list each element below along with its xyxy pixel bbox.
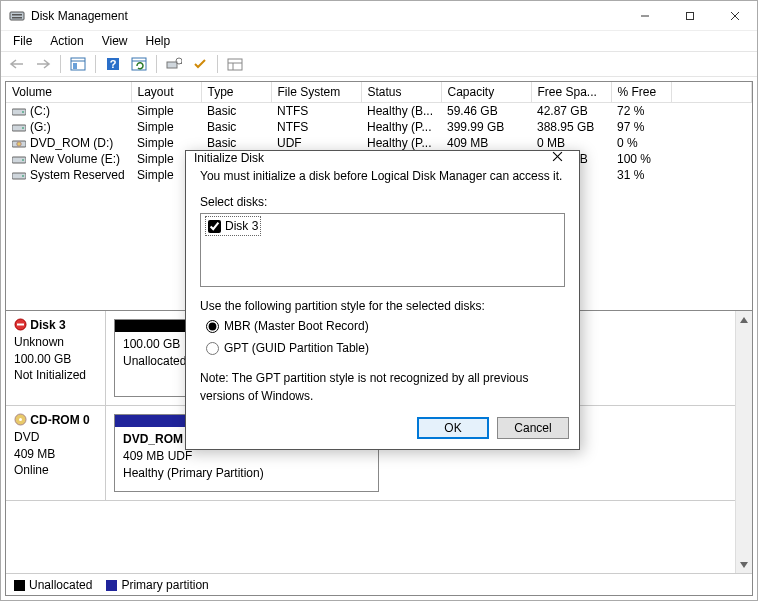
scroll-down-arrow[interactable]: [736, 556, 752, 573]
partition-size: 100.00 GB: [123, 337, 180, 351]
cell-pct: 97 %: [611, 119, 671, 135]
drive-icon: [12, 106, 26, 117]
svg-rect-31: [17, 324, 24, 326]
svg-rect-2: [12, 17, 22, 19]
cancel-button[interactable]: Cancel: [497, 417, 569, 439]
svg-rect-17: [228, 59, 242, 70]
select-disks-list[interactable]: Disk 3: [200, 213, 565, 287]
col-filesystem[interactable]: File System: [271, 82, 361, 103]
table-row[interactable]: (C:)SimpleBasicNTFSHealthy (B...59.46 GB…: [6, 103, 752, 120]
menubar: File Action View Help: [1, 31, 757, 51]
disk-name: Disk 3: [30, 318, 65, 332]
mbr-radio[interactable]: [206, 320, 219, 333]
cell-type: Basic: [201, 119, 271, 135]
refresh-button[interactable]: [127, 53, 151, 75]
scroll-up-arrow[interactable]: [736, 311, 752, 328]
partition-status: Healthy (Primary Partition): [123, 466, 264, 480]
cell-free: 42.87 GB: [531, 103, 611, 120]
gpt-radio[interactable]: [206, 342, 219, 355]
checkmark-button[interactable]: [188, 53, 212, 75]
cell-type: Basic: [201, 103, 271, 120]
layout-button[interactable]: [223, 53, 247, 75]
disk-checkbox-row[interactable]: Disk 3: [205, 216, 261, 236]
cell-free: 388.95 GB: [531, 119, 611, 135]
menu-action[interactable]: Action: [42, 32, 91, 50]
minimize-button[interactable]: [622, 1, 667, 31]
titlebar: Disk Management: [1, 1, 757, 31]
disk-header: CD-ROM 0DVD409 MBOnline: [6, 406, 106, 500]
menu-file[interactable]: File: [5, 32, 40, 50]
gpt-radio-row[interactable]: GPT (GUID Partition Table): [206, 339, 565, 357]
svg-text:?: ?: [110, 58, 117, 70]
help-button[interactable]: ?: [101, 53, 125, 75]
col-status[interactable]: Status: [361, 82, 441, 103]
cell-layout: Simple: [131, 119, 201, 135]
drive-icon: [12, 170, 26, 181]
menu-help[interactable]: Help: [138, 32, 179, 50]
volume-name: DVD_ROM (D:): [30, 136, 113, 150]
svg-point-23: [22, 127, 24, 129]
col-volume[interactable]: Volume: [6, 82, 131, 103]
select-disks-label: Select disks:: [200, 193, 565, 211]
cell-capacity: 59.46 GB: [441, 103, 531, 120]
toolbar: ?: [1, 51, 757, 77]
drive-icon: [12, 154, 26, 165]
maximize-button[interactable]: [667, 1, 712, 31]
column-headers[interactable]: Volume Layout Type File System Status Ca…: [6, 82, 752, 103]
cd-icon: [12, 138, 26, 149]
disk-header: Disk 3Unknown100.00 GBNot Initialized: [6, 311, 106, 405]
col-freespace[interactable]: Free Spa...: [531, 82, 611, 103]
vertical-scrollbar[interactable]: [735, 311, 752, 573]
close-button[interactable]: [712, 1, 757, 31]
col-type[interactable]: Type: [201, 82, 271, 103]
gpt-label: GPT (GUID Partition Table): [224, 339, 369, 357]
cell-fs: NTFS: [271, 103, 361, 120]
cell-status: Healthy (B...: [361, 103, 441, 120]
legend: Unallocated Primary partition: [6, 573, 752, 595]
mbr-label: MBR (Master Boot Record): [224, 317, 369, 335]
menu-view[interactable]: View: [94, 32, 136, 50]
col-capacity[interactable]: Capacity: [441, 82, 531, 103]
volume-name: (G:): [30, 120, 51, 134]
cell-type: Basic: [201, 135, 271, 151]
disk-3-checkbox[interactable]: [208, 220, 221, 233]
show-hide-console-tree-button[interactable]: [66, 53, 90, 75]
cell-capacity: 409 MB: [441, 135, 531, 151]
cell-pct: 0 %: [611, 135, 671, 151]
svg-point-21: [22, 111, 24, 113]
cell-pct: 31 %: [611, 167, 671, 183]
mbr-radio-row[interactable]: MBR (Master Boot Record): [206, 317, 565, 335]
legend-primary: Primary partition: [121, 578, 208, 592]
window-title: Disk Management: [31, 9, 622, 23]
cell-pct: 100 %: [611, 151, 671, 167]
cell-layout: Simple: [131, 103, 201, 120]
col-layout[interactable]: Layout: [131, 82, 201, 103]
disk-management-window: Disk Management File Action View Help ?: [0, 0, 758, 601]
col-pctfree[interactable]: % Free: [611, 82, 671, 103]
disk-3-label: Disk 3: [225, 217, 258, 235]
cell-free: 0 MB: [531, 135, 611, 151]
svg-rect-4: [686, 12, 693, 19]
partition-size: 409 MB UDF: [123, 449, 192, 463]
table-row[interactable]: DVD_ROM (D:)SimpleBasicUDFHealthy (P...4…: [6, 135, 752, 151]
svg-line-16: [181, 63, 182, 64]
disk-name: CD-ROM 0: [30, 413, 89, 427]
cell-status: Healthy (P...: [361, 119, 441, 135]
ok-button[interactable]: OK: [417, 417, 489, 439]
rescan-disks-button[interactable]: [162, 53, 186, 75]
svg-point-33: [19, 418, 22, 421]
svg-point-29: [22, 175, 24, 177]
dialog-close-button[interactable]: [543, 151, 571, 165]
forward-button[interactable]: [31, 53, 55, 75]
initialize-disk-dialog: Initialize Disk You must initialize a di…: [185, 150, 580, 450]
cell-status: Healthy (P...: [361, 135, 441, 151]
back-button[interactable]: [5, 53, 29, 75]
drive-icon: [12, 122, 26, 133]
table-row[interactable]: (G:)SimpleBasicNTFSHealthy (P...399.99 G…: [6, 119, 752, 135]
dialog-note: Note: The GPT partition style is not rec…: [200, 369, 550, 405]
cell-layout: Simple: [131, 135, 201, 151]
volume-name: System Reserved: [30, 168, 125, 182]
svg-rect-1: [12, 14, 22, 16]
dialog-message: You must initialize a disk before Logica…: [200, 167, 565, 185]
cell-fs: UDF: [271, 135, 361, 151]
